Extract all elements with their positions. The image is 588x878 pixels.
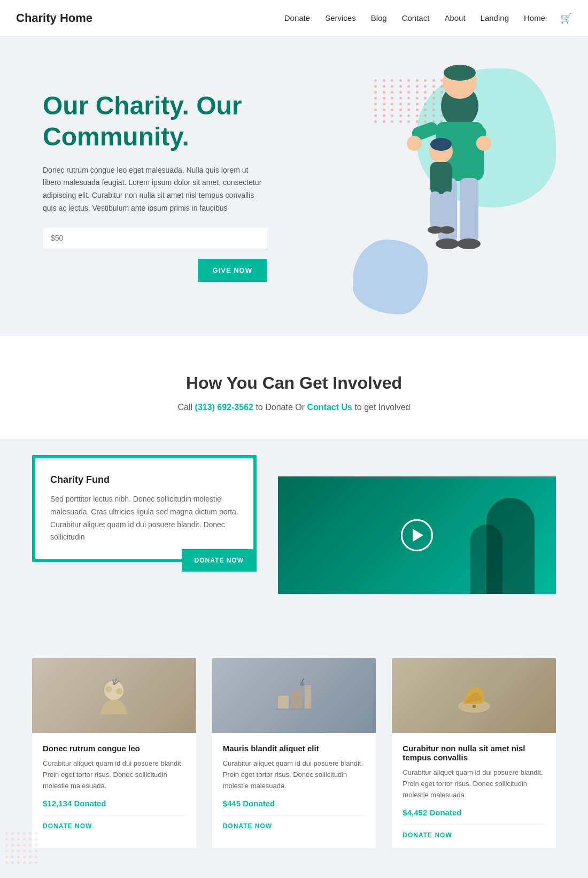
card-3-body: Curabitur non nulla sit amet nisl tempus… xyxy=(392,733,556,848)
fund-card-title: Charity Fund xyxy=(50,474,238,486)
card-2-desc: Curabitur aliquet quam id dui posuere bl… xyxy=(223,758,366,791)
card-1-donated: $12,134 Donated xyxy=(43,799,185,808)
hero-section: Our Charity. Our Community. Donec rutrum… xyxy=(0,36,588,336)
card-2: Mauris blandit aliquet elit Curabitur al… xyxy=(212,658,376,848)
svg-point-6 xyxy=(407,136,422,151)
card-2-donated: $445 Donated xyxy=(223,799,366,808)
brand-logo[interactable]: Charity Home xyxy=(16,11,92,25)
video-play-button[interactable] xyxy=(401,519,433,551)
svg-rect-12 xyxy=(430,162,452,194)
svg-rect-27 xyxy=(305,685,311,709)
hero-content: Our Charity. Our Community. Donec rutrum… xyxy=(43,90,267,281)
video-silhouette-2 xyxy=(470,525,502,594)
contact-us-link[interactable]: Contact Us xyxy=(307,403,352,412)
svg-point-15 xyxy=(436,238,459,249)
svg-point-32 xyxy=(473,705,476,708)
get-involved-section: How You Can Get Involved Call (313) 692-… xyxy=(0,336,588,439)
card-3-image xyxy=(392,658,556,733)
nav-blog[interactable]: Blog xyxy=(371,13,387,22)
card-3: Curabitur non nulla sit amet nisl tempus… xyxy=(392,658,556,848)
card-3-desc: Curabitur aliquet quam id dui posuere bl… xyxy=(403,767,545,800)
nav-services[interactable]: Services xyxy=(325,13,356,22)
svg-point-21 xyxy=(116,688,122,695)
svg-line-30 xyxy=(302,679,304,682)
svg-rect-14 xyxy=(443,191,452,229)
card-2-title: Mauris blandit aliquet elit xyxy=(223,744,366,753)
fund-card-outer: Charity Fund Sed porttitor lectus nibh. … xyxy=(32,455,257,562)
cart-icon[interactable]: 🛒 xyxy=(560,13,572,24)
fund-card-desc: Sed porttitor lectus nibh. Donec sollici… xyxy=(50,493,238,544)
nav-landing[interactable]: Landing xyxy=(481,13,509,22)
card-3-donate-button[interactable]: DONATE NOW xyxy=(403,825,545,839)
card-1-desc: Curabitur aliquet quam id dui posuere bl… xyxy=(43,758,185,791)
card-2-donate-button[interactable]: DONATE NOW xyxy=(223,815,366,830)
hero-illustration xyxy=(353,52,545,309)
dot-grid-bottom-left xyxy=(0,827,43,869)
card-1: Donec rutrum congue leo Curabitur alique… xyxy=(32,658,196,848)
fund-card-wrapper: Charity Fund Sed porttitor lectus nibh. … xyxy=(32,455,257,562)
play-triangle-icon xyxy=(413,529,423,542)
cards-section: Donec rutrum congue leo Curabitur alique… xyxy=(0,626,588,878)
get-involved-text: Call (313) 692-3562 to Donate Or Contact… xyxy=(21,403,567,412)
card-2-body: Mauris blandit aliquet elit Curabitur al… xyxy=(212,733,376,839)
svg-point-7 xyxy=(476,136,491,151)
nav-about[interactable]: About xyxy=(444,13,465,22)
hero-title: Our Charity. Our Community. xyxy=(43,90,267,152)
get-involved-title: How You Can Get Involved xyxy=(21,373,567,393)
svg-point-20 xyxy=(105,686,112,692)
nav-contact[interactable]: Contact xyxy=(402,13,430,22)
svg-point-2 xyxy=(444,65,476,81)
navbar: Charity Home Donate Services Blog Contac… xyxy=(0,0,588,36)
fund-section: Charity Fund Sed porttitor lectus nibh. … xyxy=(0,439,588,626)
svg-point-16 xyxy=(457,238,481,249)
svg-rect-26 xyxy=(291,690,302,709)
hero-description: Donec rutrum congue leo eget malesuada. … xyxy=(43,164,267,215)
donation-amount-input[interactable] xyxy=(43,227,267,249)
svg-point-29 xyxy=(300,682,304,686)
card-1-title: Donec rutrum congue leo xyxy=(43,744,185,753)
card-2-image xyxy=(212,658,376,733)
card-3-donated: $4,452 Donated xyxy=(403,808,545,817)
svg-rect-13 xyxy=(430,191,440,229)
phone-number[interactable]: (313) 692-3562 xyxy=(195,403,253,412)
svg-rect-9 xyxy=(460,178,478,242)
fund-card: Charity Fund Sed porttitor lectus nibh. … xyxy=(35,458,253,559)
cards-row: Donec rutrum congue leo Curabitur alique… xyxy=(32,658,556,848)
card-1-image xyxy=(32,658,196,733)
card-1-donate-button[interactable]: DONATE NOW xyxy=(43,815,185,830)
svg-point-11 xyxy=(430,138,452,151)
nav-links: Donate Services Blog Contact About Landi… xyxy=(284,12,572,24)
nav-donate[interactable]: Donate xyxy=(284,13,310,22)
card-1-body: Donec rutrum congue leo Curabitur alique… xyxy=(32,733,196,839)
video-panel[interactable] xyxy=(278,476,556,594)
svg-point-18 xyxy=(439,226,454,234)
nav-home[interactable]: Home xyxy=(524,13,545,22)
svg-rect-25 xyxy=(278,696,289,709)
card-3-title: Curabitur non nulla sit amet nisl tempus… xyxy=(403,744,545,762)
give-now-button[interactable]: GIVE NOW xyxy=(198,259,267,282)
fund-donate-now-button[interactable]: DONATE NOW xyxy=(182,549,257,572)
